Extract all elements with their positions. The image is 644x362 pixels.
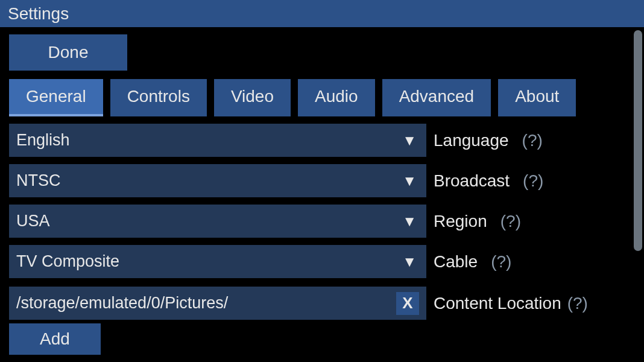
tab-audio[interactable]: Audio xyxy=(298,79,375,116)
row-content-location: /storage/emulated/0/Pictures/ X Add Cont… xyxy=(9,287,635,355)
region-help[interactable]: (?) xyxy=(500,212,521,231)
tab-advanced[interactable]: Advanced xyxy=(382,79,491,116)
broadcast-value: NTSC xyxy=(16,171,402,190)
tab-controls[interactable]: Controls xyxy=(110,79,207,116)
settings-content: Done General Controls Video Audio Advanc… xyxy=(0,27,644,355)
tab-video[interactable]: Video xyxy=(214,79,291,116)
language-dropdown[interactable]: English ▼ xyxy=(9,124,426,157)
chevron-down-icon: ▼ xyxy=(402,255,417,269)
tab-advanced-label: Advanced xyxy=(399,87,475,106)
language-help[interactable]: (?) xyxy=(522,131,543,150)
cable-help[interactable]: (?) xyxy=(491,252,511,272)
broadcast-label: Broadcast xyxy=(434,171,510,191)
row-broadcast: NTSC ▼ Broadcast (?) xyxy=(9,164,635,197)
content-location-help[interactable]: (?) xyxy=(567,294,588,313)
chevron-down-icon: ▼ xyxy=(402,133,417,148)
row-language: English ▼ Language (?) xyxy=(9,124,635,157)
content-location-path-box: /storage/emulated/0/Pictures/ X xyxy=(9,287,426,320)
tab-controls-label: Controls xyxy=(127,87,190,106)
done-label: Done xyxy=(48,43,89,62)
broadcast-help[interactable]: (?) xyxy=(523,171,543,191)
settings-rows: English ▼ Language (?) NTSC ▼ Broadcast … xyxy=(9,124,635,355)
broadcast-dropdown[interactable]: NTSC ▼ xyxy=(9,164,426,197)
tab-about-label: About xyxy=(515,87,559,106)
tab-general[interactable]: General xyxy=(9,79,103,116)
done-button[interactable]: Done xyxy=(9,34,127,71)
content-location-label: Content Location xyxy=(434,294,561,313)
chevron-down-icon: ▼ xyxy=(402,214,417,229)
tab-audio-label: Audio xyxy=(315,87,358,106)
settings-titlebar: Settings xyxy=(0,0,644,27)
settings-title: Settings xyxy=(8,4,69,24)
tab-video-label: Video xyxy=(231,87,274,106)
add-label: Add xyxy=(40,329,70,349)
content-location-remove-button[interactable]: X xyxy=(396,292,419,315)
close-icon: X xyxy=(402,294,412,313)
language-label: Language xyxy=(434,131,509,150)
row-cable: TV Composite ▼ Cable (?) xyxy=(9,245,635,278)
settings-tabs: General Controls Video Audio Advanced Ab… xyxy=(9,79,635,116)
cable-label: Cable xyxy=(434,252,478,272)
language-value: English xyxy=(16,131,402,150)
scrollbar[interactable] xyxy=(634,30,642,251)
cable-value: TV Composite xyxy=(16,252,402,271)
chevron-down-icon: ▼ xyxy=(402,174,417,188)
region-dropdown[interactable]: USA ▼ xyxy=(9,205,426,238)
content-location-path: /storage/emulated/0/Pictures/ xyxy=(16,294,396,313)
cable-dropdown[interactable]: TV Composite ▼ xyxy=(9,245,426,278)
row-region: USA ▼ Region (?) xyxy=(9,205,635,238)
region-label: Region xyxy=(434,212,487,231)
content-location-add-button[interactable]: Add xyxy=(9,323,101,355)
region-value: USA xyxy=(16,212,402,230)
tab-general-label: General xyxy=(26,87,86,106)
tab-about[interactable]: About xyxy=(498,79,576,116)
